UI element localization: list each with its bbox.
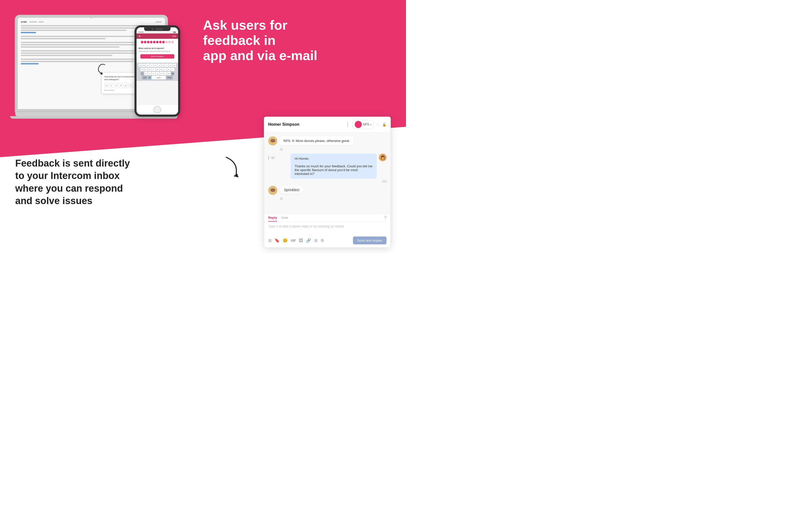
phone-key-c[interactable]: c xyxy=(152,72,155,75)
settings-icon[interactable]: ⚙ xyxy=(320,238,324,243)
link-icon[interactable]: 🔗 xyxy=(306,238,311,243)
phone-key-globe[interactable]: 🌐 xyxy=(148,76,151,79)
phone-key-q[interactable]: q xyxy=(139,64,142,67)
chat-user-avatar xyxy=(355,121,362,128)
phone-key-l[interactable]: l xyxy=(171,68,174,71)
phone-key-i[interactable]: i xyxy=(165,64,168,67)
table-icon[interactable]: ⊞ xyxy=(268,238,271,243)
agent-message-time: 10d xyxy=(268,180,387,183)
heading-line2: app and via e-mail xyxy=(203,48,317,63)
image-icon[interactable]: 🖼 xyxy=(299,238,303,243)
phone-key-f[interactable]: f xyxy=(152,68,155,71)
message-bubble-1: NPS: 9: More donuts please, otherwise gr… xyxy=(280,136,353,145)
phone-key-y[interactable]: y xyxy=(158,64,161,67)
phone-key-r[interactable]: r xyxy=(150,64,153,67)
phone-dot-3 xyxy=(147,41,149,43)
message-row-1: 🍩 NPS: 9: More donuts please, otherwise … xyxy=(268,136,387,146)
phone-dot-1 xyxy=(141,41,143,43)
phone-key-h[interactable]: h xyxy=(160,68,163,71)
reply-tool-icons: ⊞ 🔖 😊 GIF 🖼 🔗 ⊞ ⚙ xyxy=(268,238,324,243)
reply-help-icon[interactable]: ? xyxy=(384,216,387,222)
phone-key-a[interactable]: a xyxy=(141,68,144,71)
phone-key-b[interactable]: b xyxy=(160,72,163,75)
chat-header-actions: ⋮ NPS ▾ ☆ 🔒 xyxy=(345,120,387,129)
phone-key-x[interactable]: x xyxy=(148,72,151,75)
nps-dropdown-icon[interactable]: ▾ xyxy=(370,123,371,126)
phone-key-z[interactable]: z xyxy=(144,72,148,75)
phone-key-g[interactable]: g xyxy=(156,68,159,71)
tab-reply[interactable]: Reply xyxy=(268,216,277,222)
phone-key-delete[interactable]: ⌫ xyxy=(171,72,174,75)
gif-icon[interactable]: GIF xyxy=(291,239,296,242)
phone-key-p[interactable]: p xyxy=(173,64,176,67)
phone-device: 3:20 PM ▌▌▌ ◀ ●●● xyxy=(135,25,180,117)
phone-dots-progress xyxy=(137,39,178,45)
phone-key-o[interactable]: o xyxy=(169,64,172,67)
phone-dot-7 xyxy=(159,41,162,43)
chat-more-menu[interactable]: ⋮ xyxy=(345,122,350,127)
phone-key-d[interactable]: d xyxy=(148,68,151,71)
phone-submit-btn[interactable]: Submit feedback xyxy=(140,54,174,59)
nps-num-5[interactable]: 5 xyxy=(129,83,133,88)
user-avatar-2: 🍩 xyxy=(268,186,277,195)
lock-icon[interactable]: 🔒 xyxy=(382,122,387,126)
emoji-icon[interactable]: 😊 xyxy=(283,238,288,243)
arrow-top xyxy=(89,61,109,81)
phone-camera xyxy=(152,29,153,30)
nps-num-4[interactable]: 4 xyxy=(124,83,128,88)
phone-time: 3:20 PM xyxy=(139,32,143,33)
phone-notch xyxy=(144,27,170,31)
phone-key-u[interactable]: u xyxy=(161,64,165,67)
phone-key-e[interactable]: e xyxy=(146,64,149,67)
phone-key-v[interactable]: v xyxy=(156,72,159,75)
chat-messages-area: 🍩 NPS: 9: More donuts please, otherwise … xyxy=(264,132,391,214)
sprinkles-message: Sprinkles! xyxy=(280,186,303,194)
tab-note[interactable]: Note xyxy=(281,216,288,222)
grid-icon[interactable]: ⊞ xyxy=(314,238,317,243)
tag-icon[interactable]: 🏷 xyxy=(271,156,275,160)
phone-key-k[interactable]: k xyxy=(167,68,170,71)
phone-key-w[interactable]: w xyxy=(142,64,146,67)
phone-survey-answer: Social services sharing would be a cool … xyxy=(139,50,176,52)
agent-avatar: 👩 xyxy=(379,154,387,161)
phone-key-123[interactable]: 123 xyxy=(142,76,147,79)
phone-key-space[interactable]: space xyxy=(152,76,166,79)
phone-header-brand: ●●● xyxy=(172,35,176,37)
message-time-3: 2y xyxy=(280,197,387,200)
phone-status-bar: 3:20 PM ▌▌▌ xyxy=(137,31,178,34)
nps-num-1[interactable]: 1 xyxy=(109,83,113,88)
star-icon[interactable]: ☆ xyxy=(376,122,379,126)
phone-header-title: ◀ xyxy=(139,35,140,37)
send-reopen-button[interactable]: Send and reopen xyxy=(353,236,387,244)
agent-message-bubble: Hi Homer,Thanks so much for your feedbac… xyxy=(291,154,377,179)
nps-num-0[interactable]: 0 xyxy=(104,83,108,88)
drag-handle[interactable] xyxy=(268,156,270,160)
phone-key-return[interactable]: return xyxy=(166,76,173,79)
chat-header: Homer Simpson ⋮ NPS ▾ ☆ 🔒 xyxy=(264,117,391,132)
phone-key-n[interactable]: n xyxy=(163,72,167,75)
agent-message-text: Hi Homer,Thanks so much for your feedbac… xyxy=(295,157,373,176)
phone-key-m[interactable]: m xyxy=(167,72,170,75)
reply-toolbar: ⊞ 🔖 😊 GIF 🖼 🔗 ⊞ ⚙ Send and reopen xyxy=(264,234,391,247)
user-avatar-1: 🍩 xyxy=(268,136,277,146)
heading-area: Ask users for feedback in app and via e-… xyxy=(188,8,391,63)
phone-home-button[interactable] xyxy=(154,106,161,114)
bookmark-icon[interactable]: 🔖 xyxy=(274,238,280,243)
phone-key-s[interactable]: s xyxy=(144,68,148,71)
bottom-heading: Feedback is sent directly to your Interc… xyxy=(15,157,137,207)
arrow-bottom xyxy=(218,152,249,182)
phone-signal: ▌▌▌ xyxy=(173,32,176,33)
main-heading: Ask users for feedback in app and via e-… xyxy=(203,18,345,63)
nps-badge: NPS ▾ xyxy=(352,120,374,129)
devices-container: ACME xyxy=(15,15,188,147)
reply-tabs: Reply Note ? xyxy=(264,214,391,222)
nps-badge-label: NPS xyxy=(363,123,369,126)
phone-key-shift[interactable]: ⇧ xyxy=(141,72,144,75)
reply-input-area[interactable]: Type # to add a saved reply or try sendi… xyxy=(264,222,391,234)
phone-key-t[interactable]: t xyxy=(154,64,157,67)
message-actions: 🏷 xyxy=(268,154,275,160)
nps-num-2[interactable]: 2 xyxy=(114,83,118,88)
phone-key-j[interactable]: j xyxy=(163,68,167,71)
nps-num-3[interactable]: 3 xyxy=(119,83,123,88)
phone-dot-10 xyxy=(168,41,171,43)
